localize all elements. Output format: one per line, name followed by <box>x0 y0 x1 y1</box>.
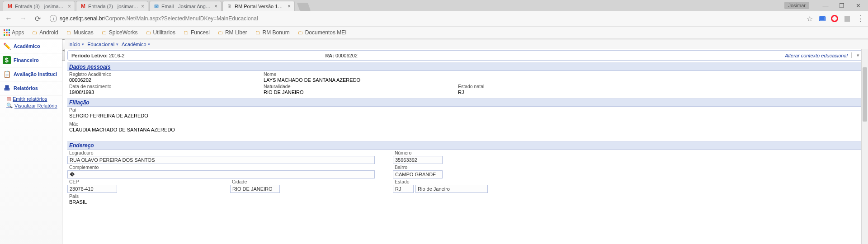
bookmark-folder[interactable]: 🗀Documentos MEI <box>298 29 347 36</box>
cast-icon[interactable] <box>818 15 826 22</box>
new-tab-button[interactable] <box>297 3 311 11</box>
window-minimize[interactable]: — <box>817 0 834 10</box>
menu-inicio[interactable]: Início▼ <box>68 42 85 47</box>
sidebar-item-relatorios[interactable]: 🖶 Relatórios <box>0 81 62 95</box>
opera-icon[interactable] <box>831 15 838 22</box>
section-title-endereco: Endereço <box>67 142 865 150</box>
input-complemento[interactable]: � <box>67 170 375 178</box>
section-title-dados: Dados pessoais <box>67 63 865 71</box>
input-numero[interactable]: 35963392 <box>393 156 443 164</box>
menu-icon[interactable]: ⋮ <box>856 14 864 23</box>
browser-tab[interactable]: M Entrada (2) - josimar.pat × <box>76 1 148 11</box>
value-registro: 00006202 <box>67 77 262 83</box>
chevron-down-icon: ▼ <box>81 42 85 47</box>
back-button[interactable]: ← <box>4 14 14 23</box>
tree-link-visualizar[interactable]: 🔍 Visualizar Relatório <box>6 102 62 109</box>
svg-rect-10 <box>6 34 7 36</box>
forward-button[interactable]: → <box>18 14 28 23</box>
bookmark-folder[interactable]: 🗀Utilitarios <box>146 29 175 36</box>
label-pai: Pai <box>67 107 865 113</box>
browser-tab-active[interactable]: 🗎 RM Portal Versão 11.83.5 × <box>222 1 295 11</box>
apps-shortcut[interactable]: Apps <box>4 29 24 36</box>
input-estado-code[interactable]: RJ <box>393 185 414 193</box>
svg-rect-7 <box>6 32 7 33</box>
window-close[interactable]: ✕ <box>850 0 866 10</box>
value-estado-natal: RJ <box>456 89 651 95</box>
input-logradouro[interactable]: RUA OLAVO PEREIRA DOS SANTOS <box>67 156 375 164</box>
bookmark-folder[interactable]: 🗀RM Liber <box>218 29 247 36</box>
label-complemento: Complemento <box>67 164 393 170</box>
mail-icon: ✉ <box>153 3 160 9</box>
label-bairro: Bairro <box>393 164 501 170</box>
browser-tab[interactable]: M Entrada (8) - josimarang × <box>3 1 75 11</box>
user-chip[interactable]: Josimar <box>784 2 809 9</box>
value-mae: CLAUDIA MACHADO DE SANTANA AZEREDO <box>67 127 865 133</box>
label-pais: País <box>67 193 865 199</box>
bookmark-folder[interactable]: 🗀Funcesi <box>184 29 210 36</box>
gmail-icon: M <box>80 3 86 9</box>
tab-strip: M Entrada (8) - josimarang × M Entrada (… <box>0 0 868 11</box>
value-naturalidade: RIO DE JANEIRO <box>262 89 456 95</box>
label-mae: Mãe <box>67 121 865 127</box>
folder-icon: 🗀 <box>32 29 38 36</box>
folder-icon: 🗀 <box>255 29 261 36</box>
menu-educacional[interactable]: Educacional▼ <box>87 42 119 47</box>
ra-label: RA: <box>325 53 334 58</box>
input-estado-name[interactable]: Rio de Janeiro <box>415 185 488 193</box>
address-bar[interactable]: i sge.cetiqt.senai.br/Corpore.Net/Main.a… <box>47 15 802 22</box>
extension-icon[interactable] <box>844 15 851 22</box>
sidebar-item-financeiro[interactable]: $ Financeiro <box>0 53 62 67</box>
sidebar-item-academico[interactable]: ✏️ Acadêmico <box>0 39 62 53</box>
address-bar-row: ← → ⟳ i sge.cetiqt.senai.br/Corpore.Net/… <box>0 11 868 26</box>
label-registro: Registro Acadêmico <box>67 71 262 77</box>
section-title-filiacao: Filiação <box>67 99 865 107</box>
input-cep[interactable]: 23076-410 <box>67 185 117 193</box>
bookmark-folder[interactable]: 🗀Musicas <box>66 29 94 36</box>
close-icon[interactable]: × <box>68 3 71 9</box>
folder-icon: 🗀 <box>298 29 303 36</box>
app-frame: ✏️ Acadêmico $ Financeiro 📋 Avaliação In… <box>0 39 868 244</box>
periodo-value: 2016-2 <box>109 53 124 58</box>
svg-rect-6 <box>4 32 5 33</box>
chevron-down-icon[interactable]: ▾ <box>851 52 861 58</box>
sidebar-item-avaliacao[interactable]: 📋 Avaliação Instituci <box>0 67 62 81</box>
label-cep: CEP <box>67 178 230 185</box>
svg-rect-2 <box>844 16 850 22</box>
tree-link-emitir[interactable]: ▤ Emitir relatórios <box>6 95 62 102</box>
value-dob: 19/08/1993 <box>67 89 262 95</box>
svg-rect-9 <box>4 34 5 36</box>
window-maximize[interactable]: ❐ <box>834 0 850 10</box>
input-bairro[interactable]: CAMPO GRANDE <box>393 170 443 178</box>
periodo-label: Período Letivo: <box>71 53 108 58</box>
bookmarks-bar: Apps 🗀Android 🗀Musicas 🗀SpiceWorks 🗀Util… <box>0 26 868 39</box>
folder-icon: 🗀 <box>102 29 107 36</box>
bookmark-folder[interactable]: 🗀SpiceWorks <box>102 29 138 36</box>
search-icon: 🔍 <box>6 103 13 108</box>
printer-icon: 🖶 <box>3 84 11 92</box>
scrollbar-thumb[interactable] <box>863 67 867 122</box>
page-icon: 🗎 <box>226 3 233 9</box>
ra-value: 00006202 <box>335 53 358 58</box>
close-icon[interactable]: × <box>288 3 291 9</box>
form-body: Dados pessoais Registro Acadêmico 000062… <box>67 62 865 242</box>
menu-academico[interactable]: Acadêmico▼ <box>122 42 151 47</box>
bookmark-star-icon[interactable]: ☆ <box>807 14 813 23</box>
browser-tab[interactable]: ✉ Email - Josimar Angelo - × <box>149 1 222 11</box>
site-info-icon[interactable]: i <box>50 15 57 22</box>
input-cidade[interactable]: RIO DE JANEIRO <box>230 185 280 193</box>
close-icon[interactable]: × <box>141 3 144 9</box>
vertical-scrollbar[interactable] <box>861 49 868 244</box>
bookmark-folder[interactable]: 🗀RM Bonum <box>255 29 290 36</box>
svg-rect-11 <box>9 34 10 36</box>
toolbar-right: ☆ ⋮ <box>807 14 864 23</box>
reload-button[interactable]: ⟳ <box>33 14 42 23</box>
bookmark-folder[interactable]: 🗀Android <box>32 29 58 36</box>
change-context-link[interactable]: Alterar contexto educacional <box>785 53 848 58</box>
close-icon[interactable]: × <box>214 3 217 9</box>
report-icon: ▤ <box>6 96 11 102</box>
pencil-icon: ✏️ <box>3 42 11 50</box>
context-header: Período Letivo: 2016-2 RA: 00006202 Alte… <box>67 50 865 61</box>
svg-rect-8 <box>9 32 10 33</box>
tab-title: RM Portal Versão 11.83.5 <box>235 4 285 9</box>
label-dob: Data de nascimento <box>67 83 262 89</box>
